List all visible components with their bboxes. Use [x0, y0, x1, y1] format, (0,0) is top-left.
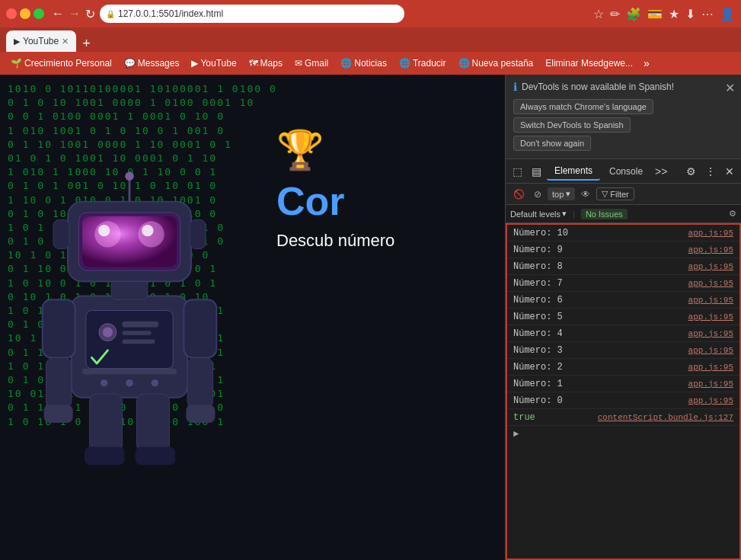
console-row-link[interactable]: app.js:95 [688, 346, 733, 355]
url-text: 127.0.0.1:5501/index.html [118, 8, 223, 19]
star-icon[interactable]: ☆ [593, 7, 604, 21]
devtools-console-icon[interactable]: ▤ [528, 162, 545, 181]
console-block-button[interactable]: ⊘ [531, 187, 545, 201]
svg-point-30 [101, 379, 108, 386]
bookmark-eliminar[interactable]: Eliminar Msedgewe... [541, 56, 637, 70]
wallet-icon[interactable]: 💳 [647, 7, 663, 21]
collections-icon[interactable]: ✏ [610, 7, 620, 21]
console-row-link[interactable]: app.js:95 [688, 245, 733, 254]
devtools-panel: ℹ DevTools is now available in Spanish! … [505, 75, 741, 560]
forward-icon[interactable]: → [69, 7, 81, 21]
console-row: Número: 7app.js:95 [507, 275, 739, 292]
menu-icon[interactable]: ⋯ [701, 7, 714, 21]
console-row-link[interactable]: app.js:95 [688, 296, 733, 305]
svg-rect-24 [137, 394, 170, 452]
devtools-toolbar: ⬚ ▤ Elements Console >> ⚙ ⋮ ✕ [506, 159, 741, 184]
switch-devtools-language-button[interactable]: Switch DevTools to Spanish [513, 117, 631, 133]
tab-console[interactable]: Console [602, 163, 650, 180]
levels-label: Default levels [510, 210, 561, 219]
tab-title: YouTube [23, 36, 59, 46]
console-true-link[interactable]: contentScript.bundle.js:127 [598, 413, 733, 422]
console-row-link[interactable]: app.js:95 [688, 262, 733, 271]
extensions-icon[interactable]: 🧩 [626, 7, 641, 21]
bookmark-youtube[interactable]: ▶ YouTube [187, 56, 241, 70]
console-row-link[interactable]: app.js:95 [688, 363, 733, 372]
context-chevron-icon: ▾ [566, 189, 570, 199]
favorites-icon[interactable]: ★ [669, 7, 679, 21]
console-output[interactable]: Número: 10app.js:95Número: 9app.js:95Núm… [506, 223, 741, 560]
bookmarks-bar: 🌱 Crecimiento Personal 💬 Messages ▶ YouT… [0, 52, 741, 75]
svg-rect-6 [122, 339, 155, 344]
console-eye-button[interactable]: 👁 [578, 187, 593, 201]
info-icon: ℹ [513, 81, 517, 93]
back-icon[interactable]: ← [52, 7, 64, 21]
console-row-link[interactable]: app.js:95 [688, 396, 733, 405]
new-tab-button[interactable]: + [78, 36, 95, 52]
devtools-notification: ℹ DevTools is now available in Spanish! … [506, 75, 741, 159]
window-controls [6, 8, 44, 19]
bookmark-messages-label: Messages [138, 58, 180, 69]
bookmark-gmail[interactable]: ✉ Gmail [290, 56, 333, 70]
robot-svg [23, 165, 236, 470]
tab-elements[interactable]: Elements [547, 162, 600, 181]
svg-rect-8 [184, 299, 216, 357]
console-row-link[interactable]: app.js:95 [688, 229, 733, 238]
svg-rect-25 [85, 446, 124, 465]
dont-show-again-button[interactable]: Don't show again [513, 136, 591, 151]
console-row-link[interactable]: app.js:95 [688, 379, 733, 389]
bookmark-messages-icon: 💬 [124, 58, 136, 69]
bookmark-gmail-label: Gmail [305, 58, 328, 69]
bookmark-maps[interactable]: 🗺 Maps [244, 56, 287, 70]
bookmark-noticias-label: Noticias [354, 58, 387, 69]
bookmark-nueva-pestana[interactable]: 🌐 Nueva pestaña [454, 56, 538, 70]
svg-rect-22 [190, 219, 206, 248]
bookmark-messages[interactable]: 💬 Messages [120, 56, 184, 70]
maximize-window-button[interactable] [34, 8, 44, 19]
address-bar[interactable]: 🔒 127.0.0.1:5501/index.html [100, 5, 404, 23]
svg-rect-29 [82, 368, 177, 374]
svg-rect-21 [53, 219, 69, 248]
devtools-close-button[interactable]: ✕ [721, 162, 738, 181]
bookmark-crecimiento[interactable]: 🌱 Crecimiento Personal [6, 56, 117, 70]
close-window-button[interactable] [6, 8, 17, 19]
console-clear-button[interactable]: 🚫 [510, 187, 528, 201]
console-settings-icon[interactable]: ⚙ [729, 209, 736, 219]
tab-close-button[interactable]: ✕ [62, 37, 69, 46]
console-true-row: truecontentScript.bundle.js:127 [507, 409, 739, 426]
context-select[interactable]: top ▾ [548, 187, 575, 200]
filter-button[interactable]: ▽ Filter [596, 187, 634, 200]
console-row-label: Número: 1 [513, 379, 688, 389]
bookmarks-more-button[interactable]: » [640, 56, 653, 71]
bookmark-maps-icon: 🗺 [249, 58, 258, 69]
svg-rect-16 [82, 216, 177, 267]
expand-icon: ► [513, 429, 519, 440]
console-expand-row[interactable]: ► [507, 426, 739, 443]
devtools-settings-button[interactable]: ⚙ [682, 162, 700, 181]
filter-label: Filter [610, 190, 628, 199]
devtools-elements-icon[interactable]: ⬚ [509, 162, 526, 181]
more-tabs-button[interactable]: >> [652, 162, 670, 181]
console-row: Número: 0app.js:95 [507, 392, 739, 409]
console-row: Número: 1app.js:95 [507, 376, 739, 392]
refresh-icon[interactable]: ↻ [85, 7, 95, 21]
bookmark-traducir[interactable]: 🌐 Traducir [394, 56, 451, 70]
svg-point-28 [125, 171, 133, 180]
console-row-link[interactable]: app.js:95 [688, 312, 733, 322]
always-match-language-button[interactable]: Always match Chrome's language [513, 99, 653, 114]
levels-select[interactable]: Default levels ▾ [510, 209, 567, 219]
console-row-link[interactable]: app.js:95 [688, 279, 733, 288]
downloads-icon[interactable]: ⬇ [685, 7, 695, 21]
levels-chevron-icon: ▾ [562, 209, 567, 219]
bookmark-noticias-icon: 🌐 [340, 58, 352, 69]
console-row-label: Número: 4 [513, 328, 688, 339]
tab-favicon: ▶ [14, 37, 20, 46]
profile-icon[interactable]: 👤 [720, 7, 735, 21]
console-row-link[interactable]: app.js:95 [688, 329, 733, 338]
minimize-window-button[interactable] [20, 8, 30, 19]
notification-close-button[interactable]: ✕ [725, 81, 735, 95]
main-area: 1010 0 10110100001 10100001 1 0100 0 0 1… [0, 75, 741, 560]
active-tab[interactable]: ▶ YouTube ✕ [6, 30, 76, 52]
bookmark-noticias[interactable]: 🌐 Noticias [336, 56, 391, 70]
devtools-more-button[interactable]: ⋮ [701, 162, 720, 181]
console-row: Número: 10app.js:95 [507, 225, 739, 242]
